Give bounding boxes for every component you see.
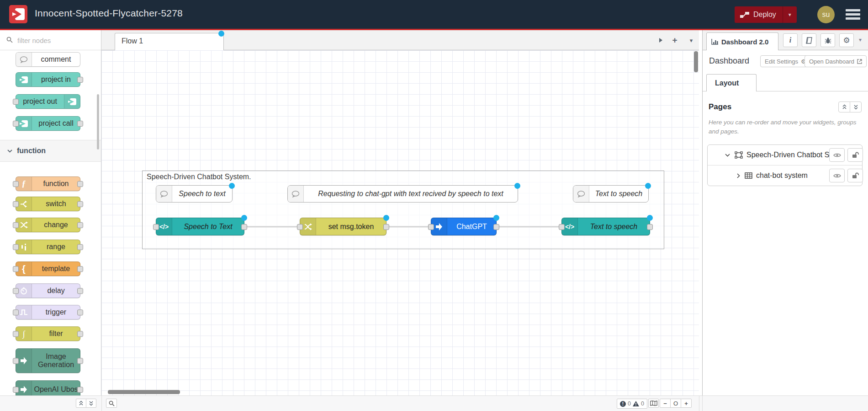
input-port[interactable] — [428, 224, 434, 230]
gear-icon: ⚙ — [843, 36, 850, 45]
output-port — [77, 222, 83, 228]
input-port — [13, 121, 19, 127]
palette-node-openai-ubos[interactable]: OpenAI Ubos — [16, 380, 80, 395]
palette-node-template[interactable]: { template — [16, 262, 80, 276]
input-port[interactable] — [153, 224, 159, 230]
unlock-button[interactable] — [847, 148, 863, 162]
unsaved-changes-dot — [647, 215, 653, 221]
divider — [101, 396, 102, 411]
palette-node-label: comment — [32, 53, 80, 66]
node-text-to-speech[interactable]: </> Text to speech — [561, 218, 650, 235]
tab-label: Layout — [715, 79, 739, 87]
deploy-button-main[interactable]: Deploy — [735, 6, 783, 23]
canvas-search-button[interactable] — [106, 399, 117, 408]
palette-node-switch[interactable]: switch — [16, 197, 80, 211]
output-port[interactable] — [241, 224, 247, 230]
palette-node-change[interactable]: change — [16, 218, 80, 232]
node-speech-to-text[interactable]: </> Speech to Text — [156, 218, 244, 235]
flow-status-counts[interactable]: ! 0 0 — [617, 399, 647, 409]
palette-expand-all-button[interactable] — [86, 399, 96, 408]
minimap-button[interactable] — [648, 399, 659, 408]
chevron-right-icon[interactable] — [737, 173, 740, 178]
palette-node-filter[interactable]: ∫ filter — [16, 326, 80, 341]
node-palette: comment project in project out — [0, 30, 101, 395]
node-chatgpt[interactable]: ChatGPT — [431, 218, 497, 235]
output-port — [77, 77, 83, 83]
input-port[interactable] — [559, 224, 565, 230]
palette-search — [0, 30, 101, 50]
bug-icon — [825, 37, 831, 44]
palette-node-project-call[interactable]: project call — [16, 116, 80, 131]
flow-project-title: Innocent-Spotted-Flycatcher-5278 — [35, 8, 183, 19]
help-tab-button[interactable] — [802, 33, 816, 47]
input-port[interactable] — [297, 224, 303, 230]
palette-collapse-all-button[interactable] — [76, 399, 86, 408]
info-tab-button[interactable]: i — [783, 33, 798, 47]
flow-tab[interactable]: Flow 1 — [115, 33, 224, 50]
palette-category-function[interactable]: function — [0, 140, 101, 162]
palette-node-project-out[interactable]: project out — [16, 94, 80, 109]
expand-all-button[interactable] — [850, 101, 862, 112]
comment-node[interactable]: Requesting to chat-gpt with text recived… — [287, 185, 518, 203]
open-dashboard-button[interactable]: Open Dashboard — [804, 55, 867, 67]
palette-node-delay[interactable]: delay — [16, 283, 80, 298]
comment-node[interactable]: Speech to text — [156, 185, 233, 203]
flow-tab-bar: Flow 1 + ▾ — [101, 30, 699, 50]
input-port — [13, 222, 19, 228]
input-port — [13, 331, 19, 337]
palette-node-range[interactable]: range — [16, 240, 80, 254]
flow-group[interactable]: Speech-Driven Chatbot System. — [142, 171, 664, 249]
main-menu-button[interactable] — [846, 9, 860, 20]
flow-list-button[interactable] — [655, 35, 666, 46]
deploy-button[interactable]: Deploy ▾ — [735, 6, 797, 23]
palette-node-list: comment project in project out — [0, 50, 101, 395]
pages-list: Speech-Driven Chatbot S chat-bot system — [707, 144, 863, 186]
menu-bar — [846, 9, 860, 11]
node-set-msg-token[interactable]: set msg.token — [300, 218, 386, 235]
unsaved-changes-dot — [218, 31, 224, 37]
input-port — [13, 387, 19, 393]
palette-node-trigger[interactable]: trigger — [16, 305, 80, 320]
horizontal-scrollbar[interactable] — [108, 390, 180, 394]
flow-canvas[interactable]: Speech-Driven Chatbot System. Speech to … — [101, 50, 699, 395]
chevron-down-icon — [7, 149, 12, 153]
vertical-scrollbar[interactable] — [694, 51, 698, 72]
tab-layout[interactable]: Layout — [706, 74, 757, 91]
comment-node[interactable]: Text to speech — [573, 185, 649, 203]
collapse-all-button[interactable] — [838, 101, 850, 112]
visibility-button[interactable] — [829, 148, 845, 162]
page-row-chat-bot-system[interactable]: chat-bot system — [708, 165, 862, 186]
palette-node-project-in[interactable]: project in — [16, 72, 80, 87]
chevron-down-icon[interactable] — [725, 154, 730, 157]
config-tab-button[interactable]: ⚙ — [839, 33, 854, 47]
input-port — [13, 266, 19, 272]
input-port — [13, 181, 19, 187]
page-label: Speech-Driven Chatbot S — [746, 151, 829, 159]
palette-node-function[interactable]: ƒ function — [16, 176, 80, 191]
unlock-button[interactable] — [847, 169, 863, 182]
page-row-speech-driven-chatbot[interactable]: Speech-Driven Chatbot S — [708, 145, 862, 165]
tab-dashboard-2[interactable]: Dashboard 2.0 — [706, 32, 778, 50]
sidebar: Dashboard 2.0 i ⚙ ▾ Dashboard — [702, 30, 868, 395]
deploy-options-caret[interactable]: ▾ — [783, 6, 797, 23]
sidebar-tabs-caret[interactable]: ▾ — [859, 37, 862, 43]
input-port — [13, 288, 19, 294]
palette-filter-input[interactable] — [16, 34, 91, 47]
add-flow-button[interactable]: + — [669, 35, 680, 46]
zoom-out-button[interactable]: − — [660, 399, 671, 408]
output-port[interactable] — [493, 224, 499, 230]
output-port[interactable] — [383, 224, 389, 230]
palette-node-comment[interactable]: comment — [16, 52, 80, 67]
debug-tab-button[interactable] — [820, 33, 835, 47]
visibility-button[interactable] — [829, 169, 845, 182]
output-port[interactable] — [647, 224, 653, 230]
tab-list-caret[interactable]: ▾ — [686, 35, 697, 46]
user-avatar[interactable]: su — [817, 6, 835, 23]
node-label: ChatGPT — [447, 218, 496, 235]
edit-settings-label: Edit Settings — [765, 58, 798, 65]
palette-node-image-generation[interactable]: Image Generation — [16, 348, 80, 373]
edit-settings-button[interactable]: Edit Settings ⚙ — [760, 55, 811, 67]
zoom-in-button[interactable]: + — [681, 399, 692, 408]
zoom-reset-button[interactable]: O — [670, 399, 681, 408]
palette-scrollbar[interactable] — [97, 94, 99, 149]
